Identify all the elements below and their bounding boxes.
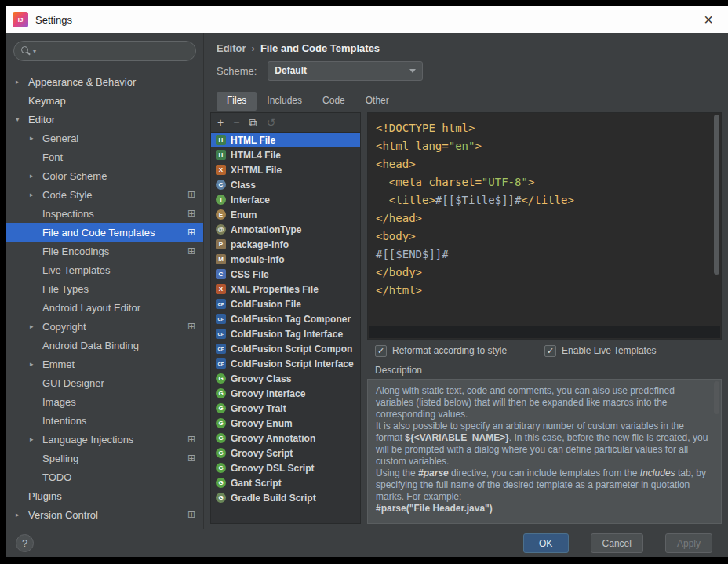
scheme-select[interactable]: Default bbox=[268, 61, 423, 81]
template-list-item[interactable]: Gradle Build Script bbox=[211, 490, 360, 505]
sidebar-item[interactable]: Spelling bbox=[6, 449, 203, 468]
sidebar-item-label: Keymap bbox=[28, 95, 66, 107]
file-type-icon bbox=[216, 478, 226, 488]
scrollbar-thumb[interactable] bbox=[714, 381, 719, 414]
template-name: Groovy Trait bbox=[231, 403, 286, 414]
scrollbar-thumb[interactable] bbox=[714, 115, 719, 275]
template-list-item[interactable]: Gant Script bbox=[211, 475, 360, 490]
revert-icon[interactable]: ↺ bbox=[266, 117, 275, 128]
template-list-item[interactable]: ColdFusion Tag Interface bbox=[211, 326, 360, 341]
sidebar-item[interactable]: ▸ Emmet bbox=[6, 355, 203, 373]
template-list-item[interactable]: AnnotationType bbox=[211, 222, 360, 237]
file-type-icon bbox=[216, 403, 226, 413]
template-list-item[interactable]: CSS File bbox=[211, 267, 360, 282]
template-name: Groovy Interface bbox=[231, 388, 305, 399]
sidebar-item[interactable]: ▸ General bbox=[6, 129, 203, 147]
template-list-item[interactable]: Groovy Script bbox=[211, 446, 360, 460]
sidebar-item[interactable]: Android Data Binding bbox=[6, 336, 203, 355]
template-list-item[interactable]: Groovy Trait bbox=[211, 401, 360, 416]
settings-sidebar: ▾ ▸ Appearance & Behavior Keymap ▾ Edito bbox=[6, 33, 204, 529]
template-name: Enum bbox=[231, 209, 257, 220]
sidebar-item-label: Android Layout Editor bbox=[42, 302, 140, 314]
sidebar-item[interactable]: GUI Designer bbox=[6, 373, 203, 392]
sidebar-item[interactable]: Inspections bbox=[6, 204, 203, 223]
enable-live-templates-checkbox[interactable]: Enable Live Templates bbox=[544, 345, 657, 357]
sidebar-item[interactable]: Keymap bbox=[6, 91, 203, 110]
file-type-icon bbox=[216, 239, 226, 249]
template-list-item[interactable]: ColdFusion Script Interface bbox=[211, 356, 360, 371]
sidebar-item[interactable]: Android Layout Editor bbox=[6, 298, 203, 317]
sidebar-item[interactable]: ▸ Language Injections bbox=[6, 430, 203, 449]
sidebar-item[interactable]: Font bbox=[6, 147, 203, 166]
sidebar-item[interactable]: TODO bbox=[6, 468, 203, 486]
chevron-icon[interactable]: ▸ bbox=[30, 322, 42, 330]
template-list-item[interactable]: Class bbox=[211, 177, 360, 192]
template-list-item[interactable]: Groovy Class bbox=[211, 371, 360, 386]
chevron-icon[interactable]: ▸ bbox=[30, 435, 42, 443]
sidebar-item-label: Font bbox=[42, 151, 63, 163]
project-settings-icon bbox=[187, 321, 195, 332]
description-scrollbar[interactable] bbox=[713, 381, 720, 522]
template-list-item[interactable]: XML Properties File bbox=[211, 282, 360, 297]
chevron-icon[interactable]: ▸ bbox=[16, 511, 28, 519]
add-icon[interactable]: + bbox=[217, 117, 224, 128]
code-editor[interactable]: <!DOCTYPE html><html lang="en"><head> <m… bbox=[367, 112, 722, 340]
remove-icon[interactable]: − bbox=[233, 117, 239, 128]
template-list-item[interactable]: XHTML File bbox=[211, 162, 360, 177]
ok-button[interactable]: OK bbox=[523, 533, 569, 553]
template-name: Groovy Class bbox=[231, 373, 291, 384]
chevron-icon[interactable]: ▾ bbox=[16, 115, 28, 123]
close-icon[interactable]: × bbox=[695, 12, 722, 27]
search-input[interactable] bbox=[41, 45, 188, 56]
sidebar-item[interactable]: File and Code Templates bbox=[6, 223, 203, 242]
template-list-item[interactable]: HTML4 File bbox=[211, 147, 360, 162]
editor-scrollbar[interactable] bbox=[713, 115, 720, 337]
sidebar-item[interactable]: Images bbox=[6, 392, 203, 411]
chevron-icon[interactable]: ▸ bbox=[30, 134, 42, 142]
sidebar-item[interactable]: Intentions bbox=[6, 411, 203, 430]
breadcrumb-editor[interactable]: Editor bbox=[217, 42, 246, 54]
sidebar-item[interactable]: File Encodings bbox=[6, 242, 203, 260]
horizontal-scrollbar[interactable] bbox=[369, 326, 720, 338]
code-line: </html> bbox=[376, 282, 713, 300]
sidebar-item[interactable]: File Types bbox=[6, 279, 203, 298]
template-list-item[interactable]: Groovy Interface bbox=[211, 386, 360, 401]
help-button[interactable]: ? bbox=[16, 534, 34, 552]
template-list-item[interactable]: Enum bbox=[211, 207, 360, 222]
chevron-icon[interactable]: ▸ bbox=[16, 78, 28, 86]
search-options-chevron-icon[interactable]: ▾ bbox=[33, 48, 36, 55]
scheme-row: Scheme: Default bbox=[217, 60, 715, 81]
editor-column: <!DOCTYPE html><html lang="en"><head> <m… bbox=[367, 112, 722, 524]
template-list-item[interactable]: package-info bbox=[211, 237, 360, 252]
template-list-item[interactable]: Groovy DSL Script bbox=[211, 460, 360, 475]
sidebar-item[interactable]: ▸ Version Control bbox=[6, 505, 203, 524]
tab[interactable]: Code bbox=[312, 92, 355, 111]
template-list-item[interactable]: Groovy Enum bbox=[211, 416, 360, 431]
sidebar-item[interactable]: ▸ Code Style bbox=[6, 185, 203, 204]
template-list-item[interactable]: Groovy Annotation bbox=[211, 431, 360, 446]
search-box[interactable]: ▾ bbox=[13, 41, 196, 61]
sidebar-item[interactable]: ▾ Editor bbox=[6, 110, 203, 129]
sidebar-item[interactable]: ▸ Copyright bbox=[6, 317, 203, 336]
template-list-item[interactable]: ColdFusion Script Compon bbox=[211, 341, 360, 356]
tab[interactable]: Other bbox=[355, 92, 399, 111]
template-list-item[interactable]: HTML File bbox=[211, 133, 360, 147]
sidebar-item[interactable]: ▸ Appearance & Behavior bbox=[6, 72, 203, 91]
chevron-icon[interactable]: ▸ bbox=[30, 191, 42, 198]
template-list-item[interactable]: Interface bbox=[211, 192, 360, 207]
template-list-item[interactable]: module-info bbox=[211, 252, 360, 267]
sidebar-item[interactable]: Plugins bbox=[6, 486, 203, 505]
template-list-item[interactable]: ColdFusion File bbox=[211, 297, 360, 311]
cancel-button[interactable]: Cancel bbox=[591, 533, 643, 553]
template-list-item[interactable]: ColdFusion Tag Componer bbox=[211, 311, 360, 326]
chevron-icon[interactable]: ▸ bbox=[30, 360, 42, 368]
tab[interactable]: Includes bbox=[257, 92, 312, 111]
sidebar-item[interactable]: Live Templates bbox=[6, 260, 203, 279]
tab[interactable]: Files bbox=[217, 92, 257, 111]
chevron-icon[interactable]: ▸ bbox=[30, 172, 42, 180]
template-name: Groovy Annotation bbox=[231, 433, 315, 444]
copy-icon[interactable]: ⧉ bbox=[249, 117, 257, 128]
file-type-icon bbox=[216, 150, 226, 160]
sidebar-item[interactable]: ▸ Color Scheme bbox=[6, 166, 203, 185]
reformat-checkbox[interactable]: Reformat according to style bbox=[375, 345, 507, 357]
